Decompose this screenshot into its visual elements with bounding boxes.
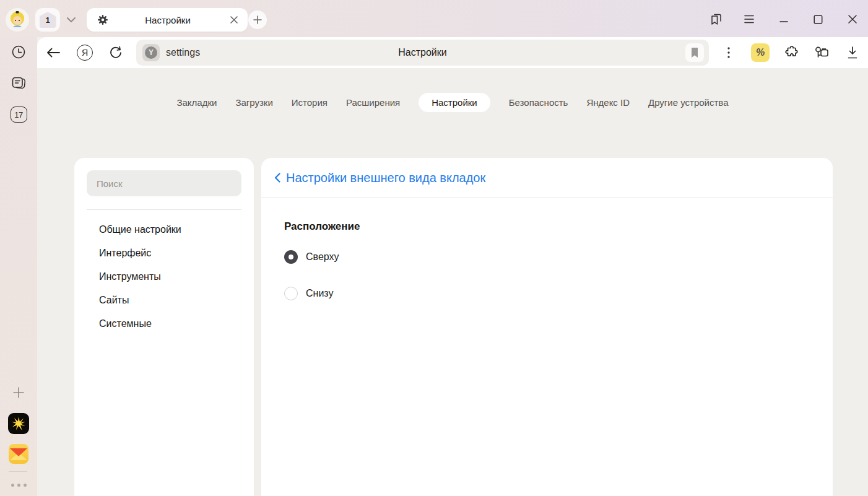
downloads-button[interactable] — [844, 44, 861, 61]
tab-counter-badge: 1 — [40, 12, 56, 28]
mail-icon — [8, 443, 29, 464]
toolbar: Я Y settings Настройки — [37, 37, 868, 68]
download-icon — [846, 46, 859, 59]
back-button[interactable] — [45, 44, 62, 61]
sidebar-divider — [87, 209, 241, 210]
tab-manager-rail-button[interactable]: 17 — [8, 104, 29, 125]
detail-body: Расположение Сверху Снизу — [261, 198, 833, 306]
address-menu-button[interactable] — [720, 44, 737, 61]
nav-extensions[interactable]: Расширения — [346, 93, 400, 112]
chevron-left-icon — [274, 173, 280, 183]
hamburger-menu-icon — [744, 15, 755, 24]
notes-icon — [10, 74, 27, 92]
section-title: Расположение — [284, 220, 833, 233]
percent-icon: % — [756, 47, 765, 58]
detail-title: Настройки внешнего вида вкладок — [286, 171, 485, 185]
avatar-girl-icon — [6, 8, 29, 32]
settings-detail-card: Настройки внешнего вида вкладок Располож… — [261, 158, 833, 496]
promo-deals-button[interactable]: % — [751, 43, 770, 62]
tab-counter-button[interactable]: 1 — [35, 8, 60, 32]
tab-title: Настройки — [109, 15, 227, 25]
plus-icon — [12, 386, 25, 399]
notes-rail-button[interactable] — [8, 72, 29, 94]
close-icon — [848, 15, 857, 24]
profile-avatar[interactable] — [6, 8, 29, 32]
arrow-left-icon — [46, 48, 60, 58]
settings-page: Закладки Загрузки История Расширения Нас… — [37, 68, 868, 496]
open-tabs-count-badge: 17 — [11, 107, 27, 123]
radio-option-bottom[interactable]: Снизу — [284, 281, 833, 306]
radio-top-label: Сверху — [306, 251, 339, 263]
kebab-menu-icon — [727, 47, 730, 58]
refresh-button[interactable] — [107, 44, 124, 61]
new-tab-button[interactable] — [248, 11, 267, 29]
nav-other-devices[interactable]: Другие устройства — [648, 93, 728, 112]
yandex-home-button[interactable]: Я — [76, 44, 93, 61]
plus-icon — [253, 15, 262, 24]
maximize-icon — [814, 15, 823, 24]
nav-yandex-id[interactable]: Яндекс ID — [586, 93, 630, 112]
window-maximize-button[interactable] — [809, 10, 827, 28]
settings-nav: Закладки Загрузки История Расширения Нас… — [37, 93, 868, 112]
ellipsis-icon — [11, 484, 27, 487]
radio-bottom-label: Снизу — [306, 288, 333, 299]
radio-option-top[interactable]: Сверху — [284, 245, 833, 269]
puzzle-piece-icon — [783, 45, 798, 60]
nav-bookmarks[interactable]: Закладки — [176, 93, 217, 112]
tab-list-chevron-button[interactable] — [61, 8, 81, 32]
key-card-icon — [814, 45, 830, 60]
rail-divider — [9, 471, 27, 472]
window-minimize-button[interactable] — [775, 10, 793, 28]
yandex-logo-icon: Я — [77, 45, 93, 61]
bookmarks-panel-button[interactable] — [707, 10, 726, 28]
address-bar[interactable]: Y settings Настройки — [136, 40, 709, 66]
radio-top-control[interactable] — [284, 250, 298, 264]
menu-item-general[interactable]: Общие настройки — [74, 218, 254, 241]
nav-history[interactable]: История — [292, 93, 328, 112]
page-title: Настройки — [136, 40, 709, 66]
sidebar-rail: 17 — [0, 37, 37, 496]
settings-search-input[interactable] — [97, 178, 232, 189]
window-close-button[interactable] — [843, 10, 862, 28]
nav-settings[interactable]: Настройки — [419, 93, 490, 112]
settings-sidebar-card: Общие настройки Интерфейс Инструменты Са… — [74, 158, 254, 496]
passwords-button[interactable] — [813, 44, 830, 61]
browser-menu-button[interactable] — [740, 10, 758, 28]
window-chrome: 1 Настройки — [0, 0, 868, 37]
rail-more-button[interactable] — [8, 474, 29, 495]
gear-icon — [97, 14, 109, 26]
radio-bottom-control[interactable] — [284, 287, 298, 300]
menu-item-system[interactable]: Системные — [74, 312, 254, 336]
history-rail-button[interactable] — [8, 41, 29, 63]
minimize-icon — [779, 15, 788, 24]
bookmark-button[interactable] — [685, 43, 704, 62]
add-panel-button[interactable] — [8, 382, 29, 403]
refresh-icon — [108, 45, 123, 60]
spark-app-icon — [8, 413, 29, 434]
chevron-down-icon — [67, 17, 76, 22]
nav-downloads[interactable]: Загрузки — [235, 93, 272, 112]
menu-item-interface[interactable]: Интерфейс — [74, 241, 254, 265]
bookmarks-panel-icon — [709, 12, 724, 27]
settings-section-menu: Общие настройки Интерфейс Инструменты Са… — [74, 218, 254, 336]
browser-surface: Я Y settings Настройки — [37, 37, 868, 496]
detail-header-back[interactable]: Настройки внешнего вида вкладок — [261, 158, 833, 198]
yandex-spark-app-button[interactable] — [8, 413, 29, 434]
clock-icon — [11, 44, 27, 60]
nav-security[interactable]: Безопасность — [509, 93, 568, 112]
settings-search[interactable] — [87, 170, 241, 196]
extensions-button[interactable] — [782, 44, 799, 61]
bookmark-flag-icon — [690, 47, 700, 58]
menu-item-tools[interactable]: Инструменты — [74, 265, 254, 289]
browser-tab-settings[interactable]: Настройки — [87, 8, 248, 32]
tab-close-icon[interactable] — [227, 12, 241, 27]
yandex-mail-app-button[interactable] — [8, 443, 29, 464]
menu-item-sites[interactable]: Сайты — [74, 289, 254, 312]
